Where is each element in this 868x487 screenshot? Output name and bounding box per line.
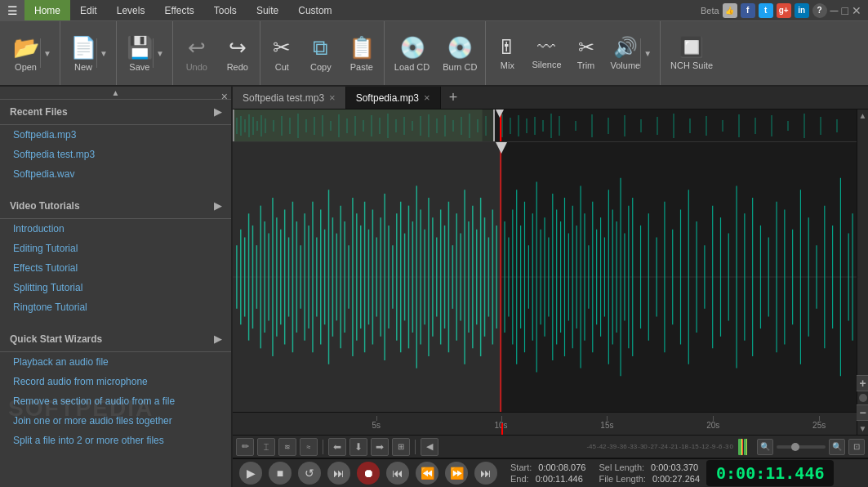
tab-add-button[interactable]: + bbox=[441, 89, 466, 106]
window-minimize[interactable]: ─ bbox=[830, 4, 839, 17]
mix-button[interactable]: 🎚 Mix bbox=[489, 25, 525, 81]
h-zoom-in[interactable]: 🔍 bbox=[829, 439, 845, 455]
scroll-down-button[interactable]: ▼ bbox=[857, 422, 868, 435]
waveform-canvas[interactable] bbox=[233, 109, 857, 412]
paste-button[interactable]: 📋 Paste bbox=[341, 25, 382, 81]
sidebar-close-button[interactable]: × bbox=[221, 90, 228, 103]
zoom-dot bbox=[859, 394, 867, 402]
h-zoom-out[interactable]: 🔍 bbox=[757, 439, 773, 455]
align-center-tool[interactable]: ⬇ bbox=[349, 438, 367, 456]
sidebar-scroll-up[interactable]: ▲ bbox=[0, 87, 231, 100]
stop-button[interactable]: ■ bbox=[269, 462, 292, 485]
overview-left-edge bbox=[233, 109, 234, 141]
app-logo[interactable]: ☰ bbox=[0, 0, 24, 21]
nch-suite-button[interactable]: 🔲 NCH Suite bbox=[664, 25, 719, 81]
sidebar-item-ringtone-tutorial[interactable]: Ringtone Tutorial bbox=[0, 297, 231, 317]
sidebar-item-split-file[interactable]: Split a file into 2 or more other files bbox=[0, 431, 231, 450]
new-arrow[interactable]: ▼ bbox=[96, 38, 108, 68]
volume-button[interactable]: 🔊 Volume ▼ bbox=[604, 25, 659, 81]
undo-button[interactable]: ↩ Undo bbox=[176, 25, 217, 81]
tab-softpedia-test[interactable]: Softpedia test.mp3 × bbox=[233, 87, 346, 109]
volume-arrow[interactable]: ▼ bbox=[640, 38, 652, 68]
silence-button[interactable]: 〰 Silence bbox=[525, 25, 568, 81]
cut-button[interactable]: ✂ Cut bbox=[264, 25, 300, 81]
sidebar-item-softpedia-mp3[interactable]: Softpedia.mp3 bbox=[0, 125, 231, 145]
align-left-tool[interactable]: ⬅ bbox=[328, 438, 346, 456]
tool-3[interactable]: ≋ bbox=[278, 438, 296, 456]
copy-button[interactable]: ⧉ Copy bbox=[300, 25, 341, 81]
play-button[interactable]: ▶ bbox=[239, 462, 262, 485]
sidebar-item-remove-section[interactable]: Remove a section of audio from a file bbox=[0, 391, 231, 411]
burn-cd-button[interactable]: 💿 Burn CD bbox=[436, 25, 483, 81]
sidebar-item-splitting-tutorial[interactable]: Splitting Tutorial bbox=[0, 278, 231, 297]
zoom-fit[interactable]: ⊡ bbox=[848, 439, 865, 455]
align-right-tool[interactable]: ➡ bbox=[371, 438, 389, 456]
undo-icon: ↩ bbox=[188, 35, 206, 60]
tab-softpedia[interactable]: Softpedia.mp3 × bbox=[346, 87, 441, 109]
main-waveform[interactable] bbox=[233, 142, 857, 412]
load-cd-button[interactable]: 💿 Load CD bbox=[388, 25, 436, 81]
start-button[interactable]: ⏮ bbox=[386, 462, 409, 485]
quick-start-header[interactable]: Quick Start Wizards ▶ bbox=[0, 327, 231, 352]
open-icon: 📂 bbox=[13, 35, 39, 60]
waveform-container[interactable]: 5s 10s 15s 20s 25s bbox=[233, 109, 857, 435]
next-button[interactable]: ⏭ bbox=[474, 462, 497, 485]
record-button[interactable]: ⏺ bbox=[357, 462, 380, 485]
facebook-icon[interactable]: f bbox=[741, 3, 755, 18]
timeline-tick-25s bbox=[819, 416, 820, 421]
sidebar-item-effects-tutorial[interactable]: Effects Tutorial bbox=[0, 258, 231, 278]
save-arrow[interactable]: ▼ bbox=[153, 38, 164, 68]
end-button[interactable]: ⏭ bbox=[327, 462, 350, 485]
open-arrow[interactable]: ▼ bbox=[40, 38, 51, 68]
video-tutorials-header[interactable]: Video Tutorials ▶ bbox=[0, 194, 231, 219]
redo-button[interactable]: ↪ Redo bbox=[217, 25, 258, 81]
menu-tab-effects[interactable]: Effects bbox=[154, 0, 203, 20]
content-area: Softpedia test.mp3 × Softpedia.mp3 × + bbox=[233, 87, 868, 487]
menu-tab-levels[interactable]: Levels bbox=[107, 0, 155, 20]
zoom-slider-track[interactable] bbox=[777, 445, 826, 449]
overview-waveform[interactable] bbox=[233, 109, 857, 142]
select-tool[interactable]: ⌶ bbox=[257, 438, 275, 456]
open-button[interactable]: 📂 Open ▼ bbox=[5, 25, 58, 81]
quick-start-arrow: ▶ bbox=[214, 333, 221, 345]
menu-icon: ☰ bbox=[7, 4, 18, 17]
sidebar-item-softpedia-wav[interactable]: Softpedia.wav bbox=[0, 164, 231, 184]
menu-tab-custom[interactable]: Custom bbox=[288, 0, 341, 20]
recent-files-header[interactable]: Recent Files ▶ bbox=[0, 100, 231, 125]
sidebar-item-introduction[interactable]: Introduction bbox=[0, 219, 231, 239]
thumbs-up-icon[interactable]: 👍 bbox=[723, 3, 737, 18]
forward-button[interactable]: ⏩ bbox=[445, 462, 468, 485]
file-length-label: File Length: bbox=[599, 474, 645, 484]
sidebar-item-softpedia-test-mp3[interactable]: Softpedia test.mp3 bbox=[0, 145, 231, 164]
tool-prev[interactable]: ◀ bbox=[421, 438, 438, 456]
window-close[interactable]: ✕ bbox=[852, 4, 861, 17]
tool-expand[interactable]: ⊞ bbox=[392, 438, 410, 456]
menu-tab-suite[interactable]: Suite bbox=[247, 0, 288, 20]
menu-tab-tools[interactable]: Tools bbox=[204, 0, 247, 20]
sidebar-item-join-files[interactable]: Join one or more audio files together bbox=[0, 411, 231, 431]
new-button[interactable]: 📄 New ▼ bbox=[64, 25, 114, 81]
loop-button[interactable]: ↺ bbox=[298, 462, 321, 485]
nch-icon: 🔲 bbox=[679, 36, 704, 59]
pencil-tool[interactable]: ✏ bbox=[236, 438, 254, 456]
burn-cd-icon: 💿 bbox=[447, 35, 473, 60]
trim-button[interactable]: ✂ Trim bbox=[568, 25, 604, 81]
help-icon[interactable]: ? bbox=[812, 3, 827, 18]
scroll-up-button[interactable]: ▲ bbox=[857, 109, 868, 122]
sidebar-item-playback-audio[interactable]: Playback an audio file bbox=[0, 352, 231, 372]
tab-close-softpedia[interactable]: × bbox=[424, 92, 430, 104]
google-plus-icon[interactable]: g+ bbox=[777, 3, 791, 18]
window-maximize[interactable]: □ bbox=[842, 4, 848, 17]
zoom-slider-thumb[interactable] bbox=[791, 443, 799, 451]
save-button[interactable]: 💾 Save ▼ bbox=[120, 25, 171, 81]
tab-close-softpedia-test[interactable]: × bbox=[329, 92, 336, 104]
twitter-icon[interactable]: t bbox=[759, 3, 773, 18]
sidebar-item-record-microphone[interactable]: Record audio from microphone bbox=[0, 372, 231, 391]
scroll-track[interactable] bbox=[857, 122, 869, 373]
sidebar-item-editing-tutorial[interactable]: Editing Tutorial bbox=[0, 239, 231, 258]
rewind-button[interactable]: ⏪ bbox=[416, 462, 438, 485]
menu-tab-home[interactable]: Home bbox=[24, 0, 70, 20]
linkedin-icon[interactable]: in bbox=[795, 3, 809, 18]
menu-tab-edit[interactable]: Edit bbox=[70, 0, 107, 20]
tool-4[interactable]: ≈ bbox=[300, 438, 318, 456]
